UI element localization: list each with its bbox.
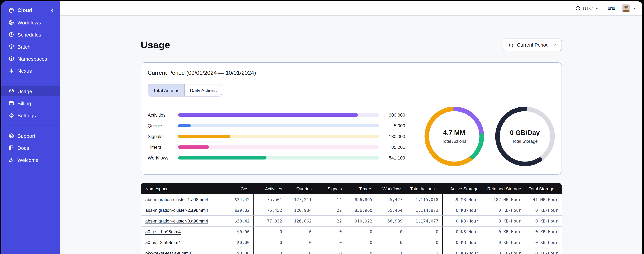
column-header-timers: Timers bbox=[346, 186, 376, 191]
chevron-down-icon bbox=[595, 6, 599, 10]
cell-total_actions: 1,115,018 bbox=[406, 194, 443, 205]
schedules-icon bbox=[8, 32, 14, 38]
tab-daily-actions[interactable]: Daily Actions bbox=[184, 84, 222, 96]
column-header-retained_storage: Retained Storage bbox=[482, 186, 525, 191]
cell-cost: $34.42 bbox=[224, 194, 254, 205]
bar-value: 5,000 bbox=[379, 123, 405, 128]
period-selector-button[interactable]: Current Period bbox=[503, 38, 562, 51]
bar-fill bbox=[178, 113, 358, 116]
sidebar-item-schedules[interactable]: Schedules bbox=[1, 30, 60, 40]
bar-label: Activities bbox=[148, 112, 178, 118]
billing-icon bbox=[8, 100, 14, 106]
cell-activities: 77,332 bbox=[254, 216, 286, 226]
cell-retained_storage: 0 KB-Hour bbox=[482, 226, 525, 237]
table-row: a0-test-1.a98mm4$0.000000000 KB-Hour0 KB… bbox=[141, 226, 562, 237]
cell-active_storage: 0 KB-Hour bbox=[443, 216, 482, 226]
column-header-activities: Activities bbox=[254, 186, 286, 191]
tab-total-actions[interactable]: Total Actions bbox=[148, 84, 184, 96]
bar-track bbox=[178, 135, 379, 138]
sidebar-item-label: Nexus bbox=[18, 68, 32, 74]
page-title: Usage bbox=[141, 39, 170, 50]
cell-timers: 856,865 bbox=[346, 194, 376, 205]
column-header-signals: Signals bbox=[315, 186, 346, 191]
sidebar-item-nexus[interactable]: Nexus bbox=[1, 66, 60, 76]
cell-namespace: a0-test-2.a98mm4 bbox=[141, 237, 224, 248]
cell-retained_storage: 182 MB-Hour bbox=[482, 194, 525, 205]
cell-queries: 127,211 bbox=[286, 194, 315, 205]
sidebar-item-label: Schedules bbox=[18, 32, 41, 37]
sidebar-collapse-button[interactable] bbox=[48, 7, 55, 14]
account-menu[interactable] bbox=[622, 4, 637, 12]
usage-bar-row: Timers 85,201 bbox=[148, 142, 405, 152]
usage-card: Current Period (09/01/2024 — 10/01/2024)… bbox=[141, 62, 562, 174]
table-row: bk-worker-test.a98mm4$0.000000110 KB-Hou… bbox=[141, 248, 562, 254]
sidebar-item-label: Support bbox=[18, 133, 35, 138]
sidebar-item-usage[interactable]: Usage bbox=[1, 86, 60, 96]
sidebar-item-label: Settings bbox=[18, 112, 36, 118]
sidebar-item-welcome[interactable]: Welcome bbox=[1, 155, 60, 165]
bar-fill bbox=[178, 156, 266, 160]
app-window: Cloud Workflows Schedules bbox=[1, 1, 642, 254]
table-row: a0-test-2.a98mm4$0.000000000 KB-Hour0 KB… bbox=[141, 237, 562, 248]
namespace-link[interactable]: abs-migration-cluster-3.a98mm4 bbox=[145, 218, 208, 224]
sidebar-item-docs[interactable]: Docs bbox=[1, 143, 60, 153]
cell-active_storage: 59 MB-Hour bbox=[443, 194, 482, 205]
bar-track bbox=[178, 146, 379, 149]
avatar bbox=[622, 4, 630, 12]
cell-namespace: abs-migration-cluster-3.a98mm4 bbox=[141, 216, 224, 226]
timezone-selector[interactable]: UTC bbox=[575, 6, 599, 11]
cell-signals: 0 bbox=[315, 248, 346, 254]
cell-total_actions: 0 bbox=[406, 237, 443, 248]
feedback-button[interactable] bbox=[608, 6, 615, 10]
usage-icon bbox=[8, 88, 14, 94]
column-header-total_storage: Total Storage bbox=[525, 186, 562, 191]
sidebar-item-batch[interactable]: Batch bbox=[1, 42, 60, 52]
settings-icon bbox=[8, 112, 14, 118]
cell-queries: 0 bbox=[286, 248, 315, 254]
column-header-cost: Cost bbox=[224, 186, 254, 191]
total-actions-caption: Total Actions bbox=[442, 139, 466, 144]
cell-workflows: 0 bbox=[376, 237, 406, 248]
bar-fill bbox=[178, 124, 191, 127]
sidebar-item-billing[interactable]: Billing bbox=[1, 98, 60, 108]
usage-bar-row: Queries 5,000 bbox=[148, 120, 405, 131]
cell-activities: 0 bbox=[254, 226, 286, 237]
usage-bar-row: Activities 900,000 bbox=[148, 110, 405, 120]
cell-queries: 126,862 bbox=[286, 216, 315, 226]
usage-bar-row: Signals 130,000 bbox=[148, 131, 405, 142]
bar-label: Queries bbox=[148, 123, 178, 128]
namespace-link[interactable]: a0-test-1.a98mm4 bbox=[145, 229, 181, 234]
chevron-down-icon bbox=[552, 42, 556, 47]
sidebar-divider bbox=[1, 81, 60, 82]
batch-icon bbox=[8, 44, 14, 50]
cell-signals: 0 bbox=[315, 237, 346, 248]
sidebar-item-support[interactable]: Support bbox=[1, 131, 60, 141]
sidebar-item-settings[interactable]: Settings bbox=[1, 110, 60, 120]
stage: Cloud Workflows Schedules bbox=[0, 0, 644, 254]
period-card-title: Current Period (09/01/2024 — 10/01/2024) bbox=[148, 69, 555, 78]
sidebar-item-label: Billing bbox=[18, 100, 31, 106]
namespace-link[interactable]: bk-worker-test.a98mm4 bbox=[145, 251, 191, 254]
table-body: abs-migration-cluster-1.a98mm4$34.4275,5… bbox=[141, 194, 562, 254]
namespace-link[interactable]: abs-migration-cluster-1.a98mm4 bbox=[145, 197, 208, 202]
glasses-icon bbox=[608, 6, 615, 10]
cell-workflows: 58,939 bbox=[376, 216, 406, 226]
cell-timers: 856,960 bbox=[346, 205, 376, 216]
period-button-label: Current Period bbox=[517, 42, 548, 48]
cell-namespace: bk-worker-test.a98mm4 bbox=[141, 248, 224, 254]
sidebar-item-workflows[interactable]: Workflows bbox=[1, 18, 60, 28]
actions-bar-chart: Activities 900,000 Queries 5,000 Signals bbox=[148, 110, 405, 163]
table-row: abs-migration-cluster-1.a98mm4$34.4275,5… bbox=[141, 194, 562, 205]
nexus-icon bbox=[8, 68, 14, 74]
cell-retained_storage: 0 KB-Hour bbox=[482, 205, 525, 216]
cell-total_actions: 0 bbox=[406, 226, 443, 237]
cell-namespace: abs-migration-cluster-1.a98mm4 bbox=[141, 194, 224, 205]
cell-total_storage: 0 KB-Hour bbox=[525, 216, 562, 226]
usage-table: NamespaceCostActivitiesQueriesSignalsTim… bbox=[141, 183, 562, 254]
cell-signals: 22 bbox=[315, 205, 346, 216]
namespace-link[interactable]: a0-test-2.a98mm4 bbox=[145, 240, 181, 245]
sidebar-item-namespaces[interactable]: Namespaces bbox=[1, 54, 60, 64]
namespace-link[interactable]: abs-migration-cluster-2.a98mm4 bbox=[145, 208, 208, 213]
sidebar-item-label: Docs bbox=[18, 145, 29, 150]
cell-workflows: 1 bbox=[376, 248, 406, 254]
